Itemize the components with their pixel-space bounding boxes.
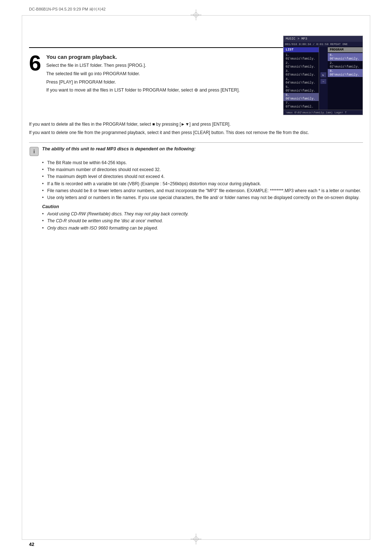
program-item-2: 2. 02\music\family. [328,61,363,69]
note-icon: i [29,146,39,157]
page-number: 42 [29,542,34,547]
list-item-3: 3. 03\music\family. [283,69,319,77]
svg-text:i: i [33,149,35,154]
crosshair-top [191,9,201,21]
page-border-right [370,15,370,540]
caution-bullet-3: Only discs made with ISO 9660 formatting… [42,225,363,232]
note-bullet-2: The maximum number of directories should… [42,166,363,173]
note-section: i The ability of this unit to read MP3 d… [29,142,363,232]
crosshair-bottom [191,534,201,546]
screen-program-header: PROGRAM [328,47,363,52]
note-header: i The ability of this unit to read MP3 d… [29,146,363,157]
screen-status: 001/018 0:00:34 / 0:01:59 REPEAT ONE [285,42,348,46]
program-item-3: 8. 08\music\family. [328,69,363,77]
note-bullet-1: The Bit Rate must be within 64-256 kbps. [42,159,363,166]
main-content: 6 MUSIC > MP3 001/018 0:00:34 / 0:01:59 … [29,54,363,232]
list-item-2: 2. 02\music\family. [283,61,319,69]
list-item-4: 4. 04\music\family. [283,77,319,85]
program-item-1: 6. 06\music\family. [328,53,363,61]
list-item-6: 6. 06\music\family. [283,93,319,101]
caution-list: Avoid using CD-RW (Rewritable) discs. Th… [42,211,363,232]
header-meta: DC-B86B1N-PS 04.5.20 9:29 PM 페이지42 [29,7,106,12]
screen-header-left: MUSIC > MP3 [286,37,307,41]
note-bullet-5: File names should be 8 or fewer letters … [42,187,363,194]
screen-list: LIST 1. 01\music\family. 2. 02\music\fam… [283,46,319,110]
page-border-left [22,15,22,540]
screen-mockup: MUSIC > MP3 001/018 0:00:34 / 0:01:59 RE… [283,36,363,115]
step-number: 6 [29,52,41,74]
list-item-7: 7. 07\music\famil. [283,101,319,109]
step-block: 6 MUSIC > MP3 001/018 0:00:34 / 0:01:59 … [29,54,363,115]
step-content: MUSIC > MP3 001/018 0:00:34 / 0:01:59 RE… [46,54,363,115]
note-bullet-4: If a file is recorded with a variable bi… [42,181,363,187]
caution-bullet-2: The CD-R should be written using the 'di… [42,218,363,224]
screen-icon-arrow: → [320,79,326,84]
screen-footer: \max 6\02\music\family.lam) Lager T [283,110,363,115]
caution-title: Caution [42,204,363,209]
extra-instruction-1: If you want to delete all the files in t… [29,121,363,127]
list-item-1: 1. 01\music\family. [283,53,319,61]
screen-header: MUSIC > MP3 [283,36,363,42]
note-bullet-3: The maximum depth level of directories s… [42,173,363,180]
note-bullet-list: The Bit Rate must be within 64-256 kbps.… [42,159,363,201]
screen-program: PROGRAM 6. 06\music\family. 2. 02\music\… [328,46,363,110]
caution-bullet-1: Avoid using CD-RW (Rewritable) discs. Th… [42,211,363,218]
note-title: The ability of this unit to read MP3 dis… [42,146,196,151]
screen-body: LIST 1. 01\music\family. 2. 02\music\fam… [283,46,363,110]
screen-icon-refresh: ↻ [320,72,326,77]
list-item-5: 5. 05\music\family. [283,85,319,93]
screen-list-header: LIST [283,47,319,52]
extra-instruction-2: If you want to delete one file from the … [29,129,363,136]
screen-middle: ↻ → [319,46,328,110]
note-bullet-6: Use only letters and/ or numbers in file… [42,194,363,201]
